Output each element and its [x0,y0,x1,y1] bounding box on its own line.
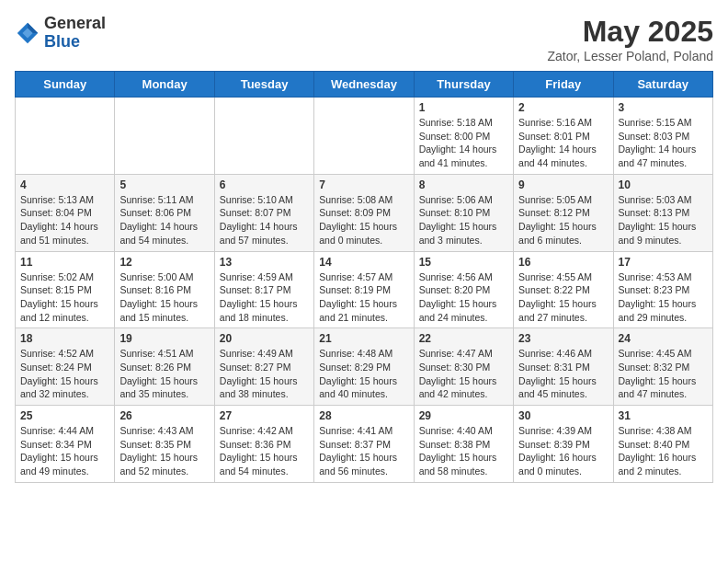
calendar-cell: 10Sunrise: 5:03 AM Sunset: 8:13 PM Dayli… [613,174,712,251]
day-number: 3 [619,101,708,114]
calendar-cell: 5Sunrise: 5:11 AM Sunset: 8:06 PM Daylig… [115,174,214,251]
cell-content: Sunrise: 4:41 AM Sunset: 8:37 PM Dayligh… [319,424,408,478]
day-number: 14 [319,256,408,269]
day-number: 11 [20,256,109,269]
cell-content: Sunrise: 5:02 AM Sunset: 8:15 PM Dayligh… [20,270,109,325]
day-number: 15 [419,256,508,269]
cell-content: Sunrise: 5:15 AM Sunset: 8:03 PM Dayligh… [619,116,708,170]
cell-content: Sunrise: 4:44 AM Sunset: 8:34 PM Dayligh… [20,424,109,478]
weekday-header-friday: Friday [514,72,613,98]
title-block: May 2025 Zator, Lesser Poland, Poland [547,15,713,63]
calendar-cell: 31Sunrise: 4:38 AM Sunset: 8:40 PM Dayli… [613,406,712,483]
cell-content: Sunrise: 5:10 AM Sunset: 8:07 PM Dayligh… [220,193,309,247]
cell-content: Sunrise: 5:16 AM Sunset: 8:01 PM Dayligh… [518,116,608,170]
day-number: 20 [220,332,309,345]
calendar-cell [214,98,313,175]
logo-blue: Blue [44,33,106,52]
day-number: 23 [518,332,608,345]
calendar-cell: 9Sunrise: 5:05 AM Sunset: 8:12 PM Daylig… [514,174,613,251]
day-number: 6 [220,178,309,191]
cell-content: Sunrise: 4:45 AM Sunset: 8:32 PM Dayligh… [619,347,708,401]
day-number: 26 [119,409,209,422]
day-number: 31 [619,409,708,422]
weekday-header-saturday: Saturday [613,72,712,98]
calendar-cell: 21Sunrise: 4:48 AM Sunset: 8:29 PM Dayli… [314,328,414,406]
calendar-cell: 22Sunrise: 4:47 AM Sunset: 8:30 PM Dayli… [414,328,513,406]
calendar-cell [16,98,115,175]
generalblue-logo-icon [15,20,40,46]
cell-content: Sunrise: 4:55 AM Sunset: 8:22 PM Dayligh… [518,270,608,325]
day-number: 5 [119,178,209,191]
calendar-table: SundayMondayTuesdayWednesdayThursdayFrid… [15,71,713,483]
cell-content: Sunrise: 4:48 AM Sunset: 8:29 PM Dayligh… [319,347,408,401]
cell-content: Sunrise: 5:03 AM Sunset: 8:13 PM Dayligh… [619,193,708,247]
calendar-cell [115,98,214,175]
cell-content: Sunrise: 4:52 AM Sunset: 8:24 PM Dayligh… [20,347,109,401]
cell-content: Sunrise: 5:13 AM Sunset: 8:04 PM Dayligh… [20,193,109,247]
logo-general: General [44,15,106,33]
weekday-header-wednesday: Wednesday [314,72,414,98]
cell-content: Sunrise: 4:59 AM Sunset: 8:17 PM Dayligh… [220,270,309,325]
calendar-cell: 19Sunrise: 4:51 AM Sunset: 8:26 PM Dayli… [115,328,214,406]
calendar-cell: 26Sunrise: 4:43 AM Sunset: 8:35 PM Dayli… [115,406,214,483]
cell-content: Sunrise: 4:38 AM Sunset: 8:40 PM Dayligh… [619,424,708,478]
calendar-cell: 28Sunrise: 4:41 AM Sunset: 8:37 PM Dayli… [314,406,414,483]
day-number: 12 [119,256,209,269]
calendar-cell: 16Sunrise: 4:55 AM Sunset: 8:22 PM Dayli… [514,251,613,328]
logo: General Blue [15,15,106,52]
calendar-week-row: 25Sunrise: 4:44 AM Sunset: 8:34 PM Dayli… [16,406,713,483]
cell-content: Sunrise: 4:40 AM Sunset: 8:38 PM Dayligh… [419,424,508,478]
day-number: 30 [518,409,608,422]
calendar-cell: 30Sunrise: 4:39 AM Sunset: 8:39 PM Dayli… [514,406,613,483]
calendar-cell: 23Sunrise: 4:46 AM Sunset: 8:31 PM Dayli… [514,328,613,406]
calendar-cell: 24Sunrise: 4:45 AM Sunset: 8:32 PM Dayli… [613,328,712,406]
calendar-cell: 15Sunrise: 4:56 AM Sunset: 8:20 PM Dayli… [414,251,513,328]
calendar-week-row: 1Sunrise: 5:18 AM Sunset: 8:00 PM Daylig… [16,98,713,175]
cell-content: Sunrise: 5:08 AM Sunset: 8:09 PM Dayligh… [319,193,408,247]
cell-content: Sunrise: 4:39 AM Sunset: 8:39 PM Dayligh… [518,424,608,478]
day-number: 28 [319,409,408,422]
calendar-cell: 1Sunrise: 5:18 AM Sunset: 8:00 PM Daylig… [414,98,513,175]
calendar-cell: 17Sunrise: 4:53 AM Sunset: 8:23 PM Dayli… [613,251,712,328]
location: Zator, Lesser Poland, Poland [547,49,713,63]
day-number: 9 [518,178,608,191]
calendar-cell: 14Sunrise: 4:57 AM Sunset: 8:19 PM Dayli… [314,251,414,328]
day-number: 1 [419,101,508,114]
weekday-header-thursday: Thursday [414,72,513,98]
cell-content: Sunrise: 4:51 AM Sunset: 8:26 PM Dayligh… [119,347,209,401]
logo-text: General Blue [44,15,106,52]
calendar-cell: 3Sunrise: 5:15 AM Sunset: 8:03 PM Daylig… [613,98,712,175]
cell-content: Sunrise: 4:53 AM Sunset: 8:23 PM Dayligh… [619,270,708,325]
weekday-header-tuesday: Tuesday [214,72,313,98]
calendar-cell: 2Sunrise: 5:16 AM Sunset: 8:01 PM Daylig… [514,98,613,175]
day-number: 29 [419,409,508,422]
calendar-cell: 8Sunrise: 5:06 AM Sunset: 8:10 PM Daylig… [414,174,513,251]
day-number: 19 [119,332,209,345]
calendar-week-row: 18Sunrise: 4:52 AM Sunset: 8:24 PM Dayli… [16,328,713,406]
day-number: 13 [220,256,309,269]
day-number: 18 [20,332,109,345]
calendar-week-row: 11Sunrise: 5:02 AM Sunset: 8:15 PM Dayli… [16,251,713,328]
weekday-header-row: SundayMondayTuesdayWednesdayThursdayFrid… [16,72,713,98]
calendar-cell: 7Sunrise: 5:08 AM Sunset: 8:09 PM Daylig… [314,174,414,251]
weekday-header-sunday: Sunday [16,72,115,98]
calendar-cell [314,98,414,175]
day-number: 22 [419,332,508,345]
calendar-cell: 20Sunrise: 4:49 AM Sunset: 8:27 PM Dayli… [214,328,313,406]
cell-content: Sunrise: 5:05 AM Sunset: 8:12 PM Dayligh… [518,193,608,247]
calendar-cell: 6Sunrise: 5:10 AM Sunset: 8:07 PM Daylig… [214,174,313,251]
month-title: May 2025 [547,15,713,49]
cell-content: Sunrise: 5:00 AM Sunset: 8:16 PM Dayligh… [119,270,209,325]
day-number: 21 [319,332,408,345]
day-number: 7 [319,178,408,191]
cell-content: Sunrise: 4:43 AM Sunset: 8:35 PM Dayligh… [119,424,209,478]
day-number: 16 [518,256,608,269]
day-number: 24 [619,332,708,345]
cell-content: Sunrise: 4:46 AM Sunset: 8:31 PM Dayligh… [518,347,608,401]
cell-content: Sunrise: 4:47 AM Sunset: 8:30 PM Dayligh… [419,347,508,401]
calendar-cell: 29Sunrise: 4:40 AM Sunset: 8:38 PM Dayli… [414,406,513,483]
calendar-cell: 18Sunrise: 4:52 AM Sunset: 8:24 PM Dayli… [16,328,115,406]
cell-content: Sunrise: 4:49 AM Sunset: 8:27 PM Dayligh… [220,347,309,401]
day-number: 8 [419,178,508,191]
calendar-cell: 25Sunrise: 4:44 AM Sunset: 8:34 PM Dayli… [16,406,115,483]
